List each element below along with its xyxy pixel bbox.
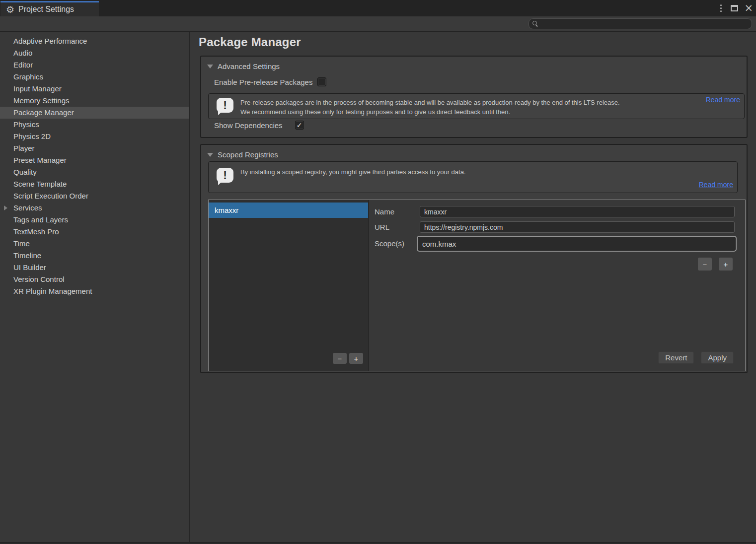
search-field[interactable] — [529, 18, 752, 29]
sidebar-item-quality[interactable]: Quality — [0, 166, 189, 178]
info-icon: ! — [217, 168, 233, 185]
close-icon[interactable]: × — [744, 3, 753, 13]
sidebar-item-scene-template[interactable]: Scene Template — [0, 178, 189, 190]
enable-prerelease-checkbox[interactable] — [317, 77, 326, 86]
sidebar-item-label: Editor — [13, 61, 33, 69]
gear-icon: ⚙ — [6, 5, 14, 14]
registry-detail: Name URL Scope(s) − + Revert Apply — [369, 200, 745, 371]
sidebar-item-label: Package Manager — [13, 108, 74, 117]
sidebar-item-adaptive-performance[interactable]: Adaptive Performance — [0, 35, 189, 47]
sidebar-item-timeline[interactable]: Timeline — [0, 250, 189, 262]
remove-registry-button[interactable]: − — [333, 353, 347, 364]
main-panel: Package Manager Advanced Settings Enable… — [190, 32, 756, 542]
sidebar-item-label: Tags and Layers — [13, 215, 68, 224]
titlebar: ⚙ Project Settings × — [0, 0, 756, 16]
prerelease-info-text: Pre-release packages are in the process … — [240, 98, 623, 117]
scoped-info-box: ! By installing a scoped registry, you m… — [208, 161, 738, 193]
expand-arrow-icon[interactable] — [4, 205, 7, 210]
search-icon — [532, 21, 538, 27]
remove-scope-button[interactable]: − — [698, 258, 712, 271]
section-scoped-registries: Scoped Registries ! By installing a scop… — [200, 144, 748, 373]
window-bottom-edge — [0, 542, 756, 544]
sidebar-item-label: Scene Template — [13, 180, 67, 188]
sidebar-item-services[interactable]: Services — [0, 202, 189, 214]
add-registry-button[interactable]: + — [349, 353, 363, 364]
sidebar-item-label: Timeline — [13, 251, 41, 260]
read-more-link[interactable]: Read more — [699, 181, 733, 189]
registry-list-buttons: − + — [333, 353, 363, 364]
sidebar-item-label: Audio — [13, 49, 32, 57]
read-more-link[interactable]: Read more — [706, 96, 740, 104]
page-title: Package Manager — [199, 35, 301, 49]
advanced-settings-foldout[interactable]: Advanced Settings — [207, 62, 280, 70]
project-settings-window: ⚙ Project Settings × Adaptive Performanc… — [0, 0, 756, 544]
sidebar-item-label: Graphics — [13, 72, 43, 81]
maximize-icon[interactable] — [731, 5, 738, 11]
sidebar-item-label: Physics — [13, 120, 39, 129]
registry-list-item[interactable]: kmaxxr — [209, 203, 368, 218]
sidebar-item-script-execution-order[interactable]: Script Execution Order — [0, 190, 189, 202]
kebab-menu-icon[interactable] — [717, 2, 725, 14]
sidebar-item-label: Script Execution Order — [13, 192, 88, 200]
name-field[interactable] — [420, 206, 735, 217]
add-scope-button[interactable]: + — [719, 258, 733, 271]
sidebar-item-label: Preset Manager — [13, 156, 67, 164]
sidebar-item-time[interactable]: Time — [0, 238, 189, 250]
enable-prerelease-label: Enable Pre-release Packages — [214, 78, 312, 86]
registry-actions: Revert Apply — [658, 351, 734, 364]
sidebar-item-editor[interactable]: Editor — [0, 59, 189, 71]
sidebar-item-label: Services — [13, 204, 42, 212]
window-controls: × — [717, 0, 753, 16]
section-title: Advanced Settings — [218, 62, 280, 70]
scopes-field[interactable] — [418, 237, 736, 251]
sidebar-item-label: Version Control — [13, 275, 65, 283]
section-title: Scoped Registries — [218, 150, 278, 159]
sidebar-item-memory-settings[interactable]: Memory Settings — [0, 95, 189, 107]
foldout-open-icon — [207, 65, 213, 68]
scope-buttons: − + — [698, 258, 733, 271]
registry-editor: kmaxxr − + Name URL Scope(s) − + — [208, 200, 746, 371]
sidebar-item-label: Physics 2D — [13, 132, 51, 140]
foldout-open-icon — [207, 153, 213, 157]
url-label: URL — [375, 223, 389, 231]
sidebar-item-package-manager[interactable]: Package Manager — [0, 107, 189, 119]
sidebar-item-audio[interactable]: Audio — [0, 47, 189, 59]
show-dependencies-label: Show Dependencies — [214, 121, 283, 130]
sidebar-item-ui-builder[interactable]: UI Builder — [0, 262, 189, 273]
sidebar-item-label: Adaptive Performance — [13, 37, 87, 45]
sidebar-item-physics[interactable]: Physics — [0, 119, 189, 131]
sidebar-item-textmesh-pro[interactable]: TextMesh Pro — [0, 226, 189, 238]
sidebar-item-label: Memory Settings — [13, 96, 70, 105]
sidebar-item-input-manager[interactable]: Input Manager — [0, 83, 189, 95]
scoped-registries-foldout[interactable]: Scoped Registries — [207, 150, 278, 159]
name-label: Name — [375, 207, 394, 216]
sidebar-item-label: Input Manager — [13, 84, 62, 93]
show-dependencies-checkbox[interactable]: ✓ — [295, 121, 304, 130]
info-icon: ! — [217, 98, 233, 115]
registry-list: kmaxxr − + — [209, 200, 369, 371]
apply-button[interactable]: Apply — [701, 351, 734, 364]
scopes-label: Scope(s) — [375, 239, 404, 248]
settings-sidebar: Adaptive PerformanceAudioEditorGraphicsI… — [0, 32, 190, 542]
sidebar-item-physics-2d[interactable]: Physics 2D — [0, 131, 189, 142]
toolbar — [0, 16, 756, 32]
section-advanced-settings: Advanced Settings Enable Pre-release Pac… — [200, 56, 748, 138]
url-field[interactable] — [420, 221, 735, 233]
window-title: Project Settings — [18, 5, 74, 14]
sidebar-item-graphics[interactable]: Graphics — [0, 71, 189, 83]
sidebar-item-label: Quality — [13, 168, 37, 176]
prerelease-info-box: ! Pre-release packages are in the proces… — [208, 93, 745, 119]
revert-button[interactable]: Revert — [658, 351, 694, 364]
sidebar-item-tags-and-layers[interactable]: Tags and Layers — [0, 214, 189, 226]
sidebar-item-xr-plugin-management[interactable]: XR Plugin Management — [0, 285, 189, 297]
scoped-info-text: By installing a scoped registry, you mig… — [240, 167, 687, 177]
sidebar-item-label: UI Builder — [13, 263, 46, 272]
sidebar-item-version-control[interactable]: Version Control — [0, 273, 189, 285]
sidebar-item-player[interactable]: Player — [0, 142, 189, 154]
sidebar-item-label: TextMesh Pro — [13, 227, 59, 236]
sidebar-item-label: Player — [13, 144, 35, 152]
tab-project-settings[interactable]: ⚙ Project Settings — [0, 1, 99, 16]
sidebar-item-label: XR Plugin Management — [13, 287, 92, 295]
sidebar-item-preset-manager[interactable]: Preset Manager — [0, 154, 189, 166]
search-input[interactable] — [541, 20, 740, 28]
